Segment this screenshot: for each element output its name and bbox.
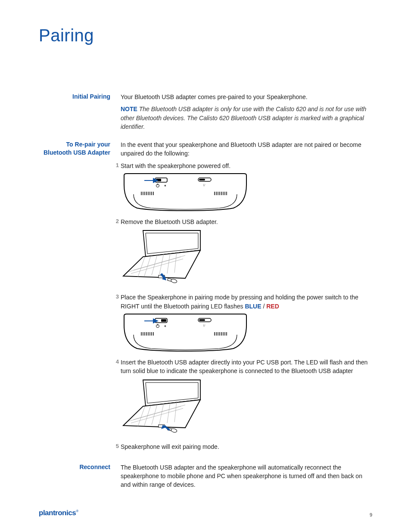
step-3: Place the Speakerphone in pairing mode b… bbox=[113, 293, 372, 352]
figure-laptop-insert-usb bbox=[121, 378, 372, 436]
figure-laptop-remove-usb bbox=[121, 229, 372, 287]
svg-rect-7 bbox=[199, 179, 205, 180]
svg-text:⑂: ⑂ bbox=[203, 183, 205, 187]
step-3-pre: Place the Speakerphone in pairing mode b… bbox=[121, 294, 358, 309]
page-title: Pairing bbox=[39, 26, 372, 45]
initial-pairing-text: Your Bluetooth USB adapter comes pre-pai… bbox=[121, 93, 372, 101]
step-3-red: RED bbox=[266, 303, 279, 310]
label-repair: To Re-pair your Bluetooth USB Adapter bbox=[39, 140, 121, 457]
step-5: Speakerphone will exit pairing mode. bbox=[113, 442, 372, 451]
note-body: The Bluetooth USB adapter is only for us… bbox=[121, 106, 366, 130]
label-reconnect: Reconnect bbox=[39, 463, 121, 493]
svg-point-83 bbox=[171, 428, 177, 432]
repair-steps: Start with the speakerphone powered off. bbox=[121, 162, 372, 451]
step-2: Remove the Bluetooth USB adapter. bbox=[113, 218, 372, 287]
page-footer: plantronics® 9 bbox=[39, 509, 372, 517]
page-number: 9 bbox=[370, 512, 372, 517]
brand-text: plantronics bbox=[39, 509, 76, 517]
section-repair: To Re-pair your Bluetooth USB Adapter In… bbox=[39, 140, 372, 457]
label-initial-pairing: Initial Pairing bbox=[39, 93, 121, 134]
svg-rect-50 bbox=[199, 319, 205, 321]
svg-marker-71 bbox=[123, 400, 200, 428]
step-1-text: Start with the speakerphone powered off. bbox=[121, 162, 372, 170]
step-4: Insert the Bluetooth USB adapter directl… bbox=[113, 358, 372, 436]
svg-point-40 bbox=[171, 279, 177, 283]
step-1: Start with the speakerphone powered off. bbox=[113, 162, 372, 212]
figure-speakerphone-pairing: ✶ ⑂ bbox=[121, 313, 372, 352]
svg-text:⑂: ⑂ bbox=[203, 324, 205, 328]
section-initial-pairing: Initial Pairing Your Bluetooth USB adapt… bbox=[39, 93, 372, 134]
note-label: NOTE bbox=[121, 106, 137, 112]
step-4-text: Insert the Bluetooth USB adapter directl… bbox=[121, 358, 372, 376]
svg-text:✶: ✶ bbox=[164, 324, 167, 328]
reconnect-text: The Bluetooth USB adapter and the speake… bbox=[121, 463, 372, 489]
brand-tm: ® bbox=[76, 509, 78, 513]
repair-intro: In the event that your speakerphone and … bbox=[121, 140, 372, 158]
initial-pairing-note: NOTE The Bluetooth USB adapter is only f… bbox=[121, 105, 372, 131]
step-3-blue: BLUE bbox=[245, 303, 261, 310]
brand-logo: plantronics® bbox=[39, 509, 78, 517]
figure-speakerphone-off: ✶ ⑂ bbox=[121, 173, 372, 212]
svg-text:✶: ✶ bbox=[164, 184, 167, 188]
svg-rect-44 bbox=[161, 319, 166, 322]
step-2-text: Remove the Bluetooth USB adapter. bbox=[121, 218, 372, 226]
section-reconnect: Reconnect The Bluetooth USB adapter and … bbox=[39, 463, 372, 493]
step-3-sep: / bbox=[262, 303, 267, 310]
step-3-text: Place the Speakerphone in pairing mode b… bbox=[121, 293, 372, 311]
step-5-text: Speakerphone will exit pairing mode. bbox=[121, 442, 372, 451]
